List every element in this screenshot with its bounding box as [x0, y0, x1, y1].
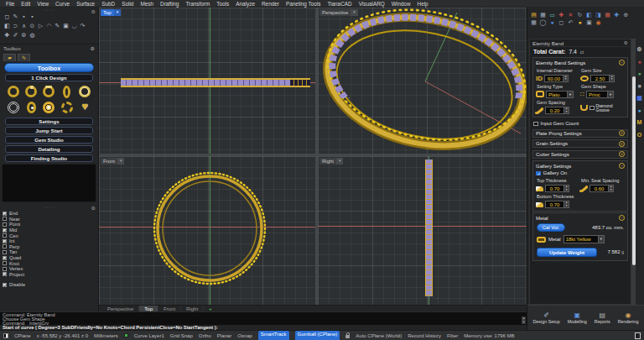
eternity-band-top-view[interactable]: [121, 78, 310, 87]
plate-prong-settings-section[interactable]: Plate Prong Settings +: [532, 129, 628, 138]
toolbox-nav-button[interactable]: Finding Studio: [5, 154, 93, 162]
osnap-option[interactable]: Perp: [3, 244, 96, 250]
tool-icon[interactable]: ↷: [79, 22, 86, 29]
spinner-buttons[interactable]: ▲▼: [608, 186, 613, 192]
gem-spacing-input[interactable]: 0.20 ▲▼: [545, 107, 569, 115]
tool-icon[interactable]: ⊃: [12, 22, 19, 29]
menu-item[interactable]: Render: [258, 0, 283, 8]
menu-item[interactable]: Paneling Tools: [283, 0, 324, 8]
eternity-band-3d-model[interactable]: [318, 8, 527, 154]
toolbox-header-button[interactable]: Toolbox: [4, 63, 94, 72]
eternity-band-right-view[interactable]: [425, 160, 433, 296]
tool-icon[interactable]: ✐: [12, 31, 19, 39]
chevron-down-icon[interactable]: ▼: [567, 92, 573, 98]
viewport-tab[interactable]: +: [204, 306, 217, 311]
gear-setting-icon[interactable]: [61, 102, 73, 113]
viewport-perspective-label[interactable]: Perspective ▼: [319, 9, 358, 16]
tool-icon[interactable]: ▪: [20, 13, 28, 20]
tool-icon[interactable]: ▦: [604, 11, 611, 18]
tool-icon[interactable]: ✚: [558, 11, 565, 18]
pencil-tool-tab-icon[interactable]: ✎: [18, 54, 30, 61]
internal-diameter-input[interactable]: 60.00 ▲▼: [544, 75, 569, 83]
tool-icon[interactable]: ◻: [558, 18, 565, 26]
menu-item[interactable]: VisualARQ: [356, 0, 388, 8]
rail-icon[interactable]: O: [637, 132, 641, 138]
command-area[interactable]: Command: Eternity Band Choose Gem Shape …: [0, 311, 527, 330]
status-toggle[interactable]: Memory use: 1796 MB: [464, 331, 514, 340]
tool-icon[interactable]: ✎: [12, 13, 19, 20]
top-thickness-input[interactable]: 0.70 ▲▼: [545, 185, 569, 193]
tool-icon[interactable]: ✚: [3, 31, 11, 39]
gallery-on-row[interactable]: Gallery On: [535, 170, 626, 176]
osnap-checkbox[interactable]: [3, 222, 7, 227]
osnap-option[interactable]: Tan: [3, 249, 96, 255]
viewport-perspective[interactable]: Perspective ▼: [318, 8, 527, 154]
top-thickness-value[interactable]: 0.70: [546, 186, 564, 192]
viewport-top-label[interactable]: Top ▼: [101, 9, 121, 16]
update-weight-button[interactable]: Update Weight: [537, 248, 597, 257]
viewport-title[interactable]: Top: [101, 9, 114, 16]
three-stone-ring-icon[interactable]: [43, 86, 55, 97]
menu-item[interactable]: Transform: [182, 0, 213, 8]
menu-item[interactable]: Curve: [52, 0, 73, 8]
rail-icon[interactable]: ●: [637, 71, 641, 76]
osnap-checkbox[interactable]: [3, 244, 7, 248]
viewport-title[interactable]: Perspective: [319, 9, 351, 16]
spinner-buttons[interactable]: ▲▼: [563, 76, 568, 82]
tool-icon[interactable]: ⊚: [20, 31, 28, 39]
rail-icon[interactable]: ●: [637, 59, 641, 65]
spin-down-icon[interactable]: ▼: [564, 205, 569, 208]
rail-icon[interactable]: ⚙: [636, 46, 641, 52]
layer-color-swatch[interactable]: [124, 333, 128, 337]
chevron-down-icon[interactable]: ▼: [114, 9, 121, 16]
workspace-tab[interactable]: ◉ Rendering: [618, 311, 639, 324]
tool-icon[interactable]: ●: [548, 18, 556, 26]
osnap-checkbox[interactable]: [3, 250, 7, 254]
tool-icon[interactable]: ◧: [3, 22, 11, 29]
toolbox-nav-button[interactable]: Detailing: [5, 145, 93, 153]
gear-icon[interactable]: ⚙: [91, 8, 96, 14]
gem-size-input[interactable]: 2.50 ▲▼: [590, 75, 615, 83]
collapse-icon[interactable]: −: [619, 215, 625, 221]
disable-checkbox[interactable]: [3, 283, 7, 287]
workspace-tab[interactable]: ✐ Design Setup: [532, 311, 559, 324]
viewport-right-label[interactable]: Right ▼: [319, 158, 343, 165]
separator-grip[interactable]: ····: [0, 204, 98, 209]
status-toggle[interactable]: Record History: [408, 331, 441, 340]
tool-icon[interactable]: ▪: [29, 13, 36, 20]
current-layer-label[interactable]: Curve Layer1: [134, 331, 164, 340]
gear-icon[interactable]: ⚙: [91, 45, 95, 52]
units-label[interactable]: Millimeters: [94, 331, 118, 340]
spin-down-icon[interactable]: ▼: [564, 189, 569, 192]
tool-icon[interactable]: ◯: [539, 18, 547, 26]
cplane-label[interactable]: CPlane: [14, 331, 31, 340]
menu-item[interactable]: Tools: [213, 0, 232, 8]
viewport-front[interactable]: Front ▼: [99, 156, 315, 305]
menu-item[interactable]: Help: [414, 0, 432, 8]
rail-icon[interactable]: ■: [637, 83, 641, 89]
tool-icon[interactable]: ▤: [530, 11, 538, 18]
tool-icon[interactable]: ↶: [567, 18, 574, 26]
spin-down-icon[interactable]: ▼: [564, 111, 569, 114]
osnap-disable-option[interactable]: Disable: [3, 282, 96, 288]
viewport-title[interactable]: Front: [101, 158, 117, 165]
expand-icon[interactable]: +: [619, 141, 625, 147]
osnap-option[interactable]: Mid: [3, 228, 96, 233]
chevron-down-icon[interactable]: ▼: [598, 236, 604, 243]
spinner-buttons[interactable]: ▲▼: [609, 76, 614, 82]
collapse-icon[interactable]: −: [619, 163, 625, 169]
gem-size-value[interactable]: 2.50: [591, 76, 609, 82]
chevron-down-icon[interactable]: ▼: [117, 158, 124, 165]
status-toggle[interactable]: Filter: [447, 331, 458, 340]
expand-icon[interactable]: +: [619, 130, 625, 136]
setting-type-dropdown[interactable]: Plato ▼: [546, 91, 574, 99]
tool-icon[interactable]: ✚: [613, 11, 621, 18]
tool-icon[interactable]: ▣: [585, 18, 593, 26]
osnap-option[interactable]: Knot: [3, 260, 96, 266]
halo-gem-icon[interactable]: [43, 102, 55, 113]
tool-icon[interactable]: ▭: [548, 11, 556, 18]
gear-icon[interactable]: ⚙: [624, 39, 628, 46]
menu-item[interactable]: SubD: [98, 0, 118, 8]
collapse-icon[interactable]: −: [619, 60, 625, 65]
osnap-checkbox[interactable]: [3, 217, 7, 221]
